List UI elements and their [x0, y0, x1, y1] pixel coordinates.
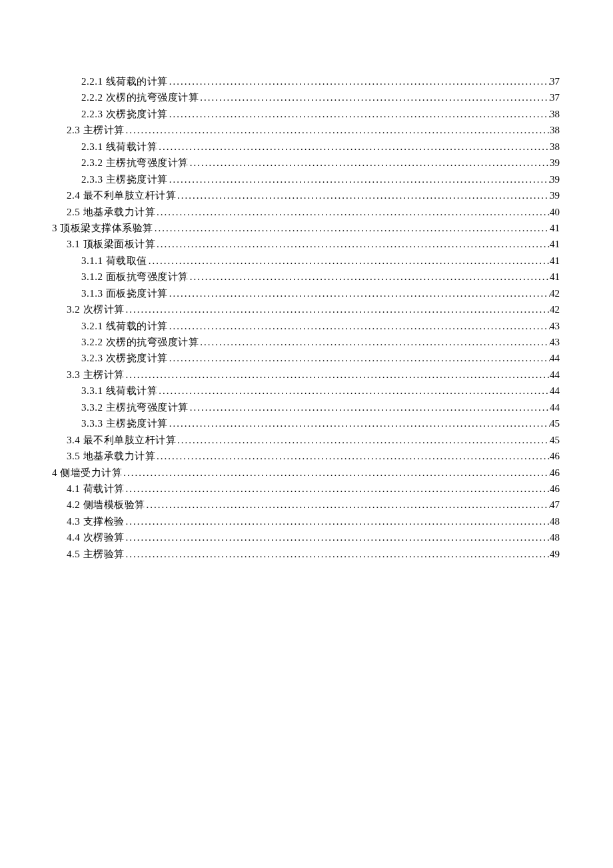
toc-entry: 2.2.2 次楞的抗弯强度计算37 — [52, 89, 560, 105]
toc-leader-dots — [125, 546, 550, 562]
toc-entry: 4.5 主楞验算49 — [52, 546, 560, 562]
toc-entry-page: 46 — [550, 481, 560, 497]
toc-leader-dots — [168, 171, 550, 187]
toc-entry-page: 41 — [550, 269, 560, 285]
toc-entry: 3.4 最不利单肢立杆计算45 — [52, 432, 560, 448]
toc-entry-page: 40 — [550, 204, 560, 220]
toc-entry: 3.5 地基承载力计算46 — [52, 448, 560, 464]
toc-leader-dots — [189, 269, 550, 285]
toc-leader-dots — [147, 253, 550, 269]
toc-entry-label: 3.2.2 次楞的抗弯强度计算 — [81, 334, 199, 350]
toc-entry: 3.2.1 线荷载的计算43 — [52, 318, 560, 334]
toc-entry: 2.4 最不利单肢立杆计算39 — [52, 187, 560, 203]
toc-entry-page: 38 — [550, 106, 560, 122]
toc-leader-dots — [153, 220, 550, 236]
toc-entry-page: 41 — [550, 220, 560, 236]
toc-entry-label: 3.2 次楞计算 — [67, 301, 125, 317]
toc-entry: 3.2.3 次楞挠度计算44 — [52, 350, 560, 366]
toc-leader-dots — [168, 350, 550, 366]
toc-entry-page: 38 — [550, 139, 560, 155]
toc-entry: 3.1.3 面板挠度计算42 — [52, 285, 560, 301]
toc-leader-dots — [125, 367, 550, 383]
toc-leader-dots — [168, 415, 550, 431]
toc-leader-dots — [176, 187, 550, 203]
toc-entry-page: 43 — [550, 318, 560, 334]
toc-entry-page: 41 — [550, 236, 560, 252]
toc-leader-dots — [125, 122, 550, 138]
toc-leader-dots — [122, 465, 550, 481]
toc-leader-dots — [199, 334, 550, 350]
toc-entry: 2.2.1 线荷载的计算37 — [52, 73, 560, 89]
toc-entry-page: 48 — [550, 529, 560, 545]
toc-leader-dots — [125, 481, 550, 497]
toc-leader-dots — [145, 497, 550, 513]
toc-entry-label: 2.5 地基承载力计算 — [67, 204, 155, 220]
toc-entry-label: 2.3.2 主楞抗弯强度计算 — [81, 155, 189, 171]
toc-entry-label: 3.5 地基承载力计算 — [67, 448, 155, 464]
toc-entry-page: 46 — [550, 448, 560, 464]
toc-leader-dots — [125, 301, 550, 317]
toc-entry-label: 2.4 最不利单肢立杆计算 — [67, 187, 176, 203]
toc-entry-page: 38 — [550, 122, 560, 138]
toc-entry-label: 4.5 主楞验算 — [67, 546, 125, 562]
toc-entry: 4.3 支撑检验48 — [52, 513, 560, 529]
toc-entry: 3.3 主楞计算44 — [52, 367, 560, 383]
toc-entry: 3.2 次楞计算42 — [52, 301, 560, 317]
toc-entry: 2.3.1 线荷载计算38 — [52, 139, 560, 155]
toc-entry-page: 44 — [550, 383, 560, 399]
toc-entry: 3.1.2 面板抗弯强度计算41 — [52, 269, 560, 285]
toc-leader-dots — [155, 448, 550, 464]
toc-leader-dots — [157, 139, 550, 155]
toc-leader-dots — [168, 318, 550, 334]
toc-leader-dots — [199, 89, 550, 105]
toc-entry: 2.5 地基承载力计算40 — [52, 204, 560, 220]
toc-leader-dots — [189, 399, 550, 415]
toc-entry: 3.3.2 主楞抗弯强度计算44 — [52, 399, 560, 415]
toc-entry: 2.3 主楞计算38 — [52, 122, 560, 138]
toc-entry-label: 4.4 次楞验算 — [67, 529, 125, 545]
table-of-contents: 2.2.1 线荷载的计算372.2.2 次楞的抗弯强度计算372.2.3 次楞挠… — [52, 73, 560, 562]
toc-entry-label: 3.3.1 线荷载计算 — [81, 383, 157, 399]
toc-entry: 3.2.2 次楞的抗弯强度计算43 — [52, 334, 560, 350]
toc-entry-page: 42 — [550, 301, 560, 317]
toc-leader-dots — [155, 204, 550, 220]
toc-leader-dots — [176, 432, 550, 448]
toc-entry: 4.1 荷载计算46 — [52, 481, 560, 497]
toc-leader-dots — [168, 106, 550, 122]
toc-entry-label: 4.1 荷载计算 — [67, 481, 125, 497]
toc-entry-page: 43 — [550, 334, 560, 350]
toc-entry-label: 3.3.3 主楞挠度计算 — [81, 415, 168, 431]
toc-entry-page: 45 — [550, 432, 560, 448]
toc-entry: 3.3.1 线荷载计算44 — [52, 383, 560, 399]
toc-entry: 2.2.3 次楞挠度计算38 — [52, 106, 560, 122]
toc-leader-dots — [157, 383, 550, 399]
toc-entry-page: 48 — [550, 513, 560, 529]
toc-entry-page: 44 — [550, 367, 560, 383]
toc-entry: 4.4 次楞验算48 — [52, 529, 560, 545]
toc-entry-label: 2.2.3 次楞挠度计算 — [81, 106, 168, 122]
toc-entry-label: 2.2.1 线荷载的计算 — [81, 73, 168, 89]
toc-entry-label: 3.2.1 线荷载的计算 — [81, 318, 168, 334]
toc-entry-label: 4 侧墙受力计算 — [52, 465, 122, 481]
toc-entry-page: 44 — [550, 350, 560, 366]
toc-entry: 3.3.3 主楞挠度计算45 — [52, 415, 560, 431]
toc-entry-label: 3.1.2 面板抗弯强度计算 — [81, 269, 189, 285]
toc-entry: 2.3.2 主楞抗弯强度计算39 — [52, 155, 560, 171]
toc-entry-label: 2.3.3 主楞挠度计算 — [81, 171, 168, 187]
toc-entry-label: 3.4 最不利单肢立杆计算 — [67, 432, 176, 448]
toc-entry-label: 3.1.3 面板挠度计算 — [81, 285, 168, 301]
toc-leader-dots — [125, 529, 550, 545]
toc-entry: 4 侧墙受力计算46 — [52, 465, 560, 481]
toc-leader-dots — [155, 236, 550, 252]
toc-entry-label: 2.2.2 次楞的抗弯强度计算 — [81, 89, 199, 105]
toc-entry-label: 3.1 顶板梁面板计算 — [67, 236, 155, 252]
toc-leader-dots — [168, 285, 550, 301]
toc-entry-label: 3.3 主楞计算 — [67, 367, 125, 383]
toc-entry-label: 3.1.1 荷载取值 — [81, 253, 147, 269]
toc-entry-page: 41 — [550, 253, 560, 269]
toc-entry-page: 44 — [550, 399, 560, 415]
toc-entry: 2.3.3 主楞挠度计算39 — [52, 171, 560, 187]
toc-entry: 3.1 顶板梁面板计算41 — [52, 236, 560, 252]
toc-entry-label: 3.2.3 次楞挠度计算 — [81, 350, 168, 366]
toc-entry-label: 4.3 支撑检验 — [67, 513, 125, 529]
